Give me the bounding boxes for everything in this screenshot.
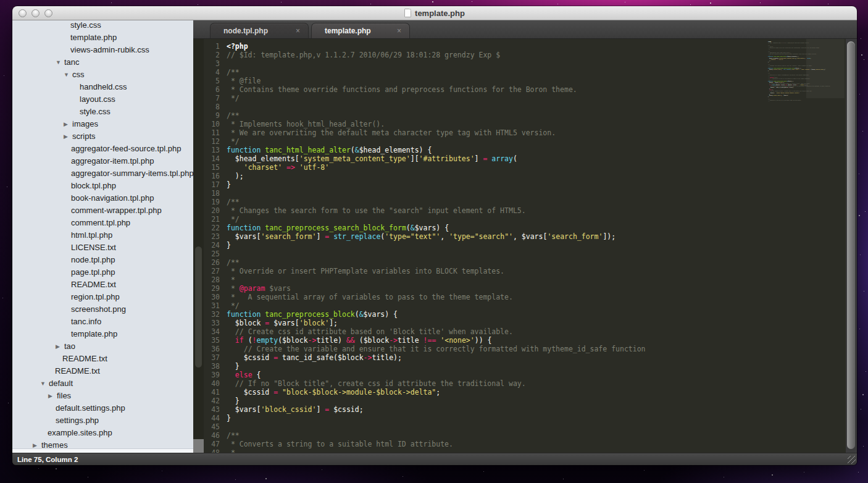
code-editor[interactable]: 1<?php2// $Id: template.php,v 1.1.2.7 20… [204, 39, 767, 453]
tree-item-region.tpl.php[interactable]: region.tpl.php [12, 291, 193, 303]
tree-item-files[interactable]: ▶files [12, 390, 193, 402]
window-title-area: template.php [12, 6, 857, 20]
tree-item-README.txt[interactable]: README.txt [12, 353, 193, 365]
tab-label: template.php [312, 27, 397, 35]
code-line: 30 * A sequential array of variables to … [204, 293, 767, 301]
tree-item-comment.tpl.php[interactable]: comment.tpl.php [12, 217, 193, 229]
sidebar-scroll-strip [193, 39, 204, 453]
code-line: 8 [204, 103, 767, 111]
line-number: 12 [204, 137, 220, 146]
tree-item-aggregator-item.tpl.php[interactable]: aggregator-item.tpl.php [12, 155, 193, 167]
window-titlebar[interactable]: template.php [12, 6, 857, 20]
tree-item-label: node.tpl.php [70, 254, 115, 266]
tree-item-screenshot.png[interactable]: screenshot.png [12, 303, 193, 316]
line-number: 23 [204, 232, 220, 241]
close-button[interactable] [19, 9, 27, 17]
tree-item-label: block.tpl.php [70, 180, 116, 192]
tree-item-label: example.sites.php [47, 427, 112, 439]
editor-window: template.php style.csstemplate.phpviews-… [12, 6, 857, 465]
resize-grip-icon[interactable] [848, 456, 856, 464]
tree-item-label: README.txt [62, 353, 107, 365]
disclosure-triangle-icon[interactable]: ▶ [64, 130, 72, 143]
code-line: 36 // Create the variable and ensure tha… [204, 345, 767, 353]
editor-pane: node.tpl.php×template.php× 1<?php2// $Id… [193, 20, 857, 453]
sidebar-scrollbar-thumb[interactable] [195, 246, 202, 368]
line-number: 26 [204, 258, 220, 267]
code-line: 26/** [204, 258, 767, 267]
editor-vertical-scrollbar[interactable] [846, 39, 857, 453]
tab-node.tpl.php[interactable]: node.tpl.php× [210, 23, 309, 38]
tree-item-label: screenshot.png [70, 303, 126, 316]
line-number: 43 [204, 405, 220, 414]
code-line: 5 * @file [204, 77, 767, 85]
line-number: 31 [204, 301, 220, 310]
line-number: 13 [204, 146, 220, 154]
code-line: 37 $cssid = tanc_id_safe($block->title); [204, 353, 767, 362]
minimap[interactable]: 1<?php2// $Id: template.php,v 1.1.2.7 20… [767, 39, 846, 453]
tree-item-page.tpl.php[interactable]: page.tpl.php [12, 266, 193, 279]
tree-item-label: README.txt [70, 279, 116, 291]
tab-close-icon[interactable]: × [296, 27, 300, 35]
tree-item-tao[interactable]: ▶tao [12, 340, 193, 353]
tree-item-comment-wrapper.tpl.php[interactable]: comment-wrapper.tpl.php [12, 204, 193, 217]
tree-item-settings.php[interactable]: settings.php [12, 414, 193, 427]
tree-item-node.tpl.php[interactable]: node.tpl.php [12, 254, 193, 266]
tab-close-icon[interactable]: × [397, 27, 401, 35]
tree-item-layout.css[interactable]: layout.css [12, 93, 193, 106]
code-line: 25 [204, 250, 767, 258]
line-number: 34 [204, 327, 220, 336]
minimize-button[interactable] [31, 9, 40, 17]
line-number: 24 [204, 241, 220, 250]
sidebar-horizontal-scrollbar[interactable] [12, 448, 193, 453]
tree-item-aggregator-summary-items.tpl.php[interactable]: aggregator-summary-items.tpl.php [12, 167, 193, 180]
code-line: 40 // If no "Block title", create css id… [204, 379, 767, 388]
disclosure-triangle-icon[interactable]: ▼ [64, 69, 72, 81]
disclosure-triangle-icon[interactable]: ▼ [56, 56, 64, 69]
code-line: 14 $head_elements['system_meta_content_t… [204, 154, 767, 163]
tree-item-views-admin-rubik.css[interactable]: views-admin-rubik.css [12, 44, 193, 56]
tree-item-css[interactable]: ▼css [12, 69, 193, 81]
editor-scrollbar-thumb[interactable] [847, 41, 855, 449]
tree-item-label: views-admin-rubik.css [70, 44, 149, 56]
code-line: 29 * @param $vars [204, 284, 767, 293]
tree-item-handheld.css[interactable]: handheld.css [12, 81, 193, 93]
tree-item-tanc[interactable]: ▼tanc [12, 56, 193, 69]
line-number: 44 [204, 414, 220, 422]
minimap-content: 1<?php2// $Id: template.php,v 1.1.2.7 20… [767, 41, 846, 102]
tab-bar: node.tpl.php×template.php× [193, 20, 857, 39]
tree-item-template.php[interactable]: template.php [12, 328, 193, 340]
disclosure-triangle-icon[interactable]: ▶ [64, 118, 72, 130]
disclosure-triangle-icon[interactable]: ▶ [48, 390, 56, 402]
tree-item-style.css[interactable]: style.css [12, 20, 193, 32]
line-number: 7 [204, 94, 220, 103]
file-tree: style.csstemplate.phpviews-admin-rubik.c… [12, 20, 193, 452]
tree-item-scripts[interactable]: ▶scripts [12, 130, 193, 143]
line-number: 19 [204, 198, 220, 206]
tree-item-html.tpl.php[interactable]: html.tpl.php [12, 229, 193, 242]
tree-item-template.php[interactable]: template.php [12, 32, 193, 44]
tree-item-LICENSE.txt[interactable]: LICENSE.txt [12, 242, 193, 254]
tree-item-example.sites.php[interactable]: example.sites.php [12, 427, 193, 439]
tree-item-default[interactable]: ▼default [12, 377, 193, 390]
tree-item-tanc.info[interactable]: tanc.info [12, 316, 193, 328]
tree-item-aggregator-feed-source.tpl.php[interactable]: aggregator-feed-source.tpl.php [12, 143, 193, 155]
tree-item-README.txt[interactable]: README.txt [12, 279, 193, 291]
code-line: 33 $block = $vars['block']; [204, 319, 767, 327]
tree-item-book-navigation.tpl.php[interactable]: book-navigation.tpl.php [12, 192, 193, 204]
tree-item-block.tpl.php[interactable]: block.tpl.php [12, 180, 193, 192]
document-icon [404, 9, 411, 17]
disclosure-triangle-icon[interactable]: ▼ [40, 377, 48, 390]
tree-item-images[interactable]: ▶images [12, 118, 193, 130]
code-line: 24} [204, 241, 767, 250]
zoom-button[interactable] [44, 9, 52, 17]
tree-item-style.css[interactable]: style.css [12, 106, 193, 118]
tree-item-README.txt[interactable]: README.txt [12, 365, 193, 377]
line-number: 29 [204, 284, 220, 293]
traffic-lights [12, 9, 52, 17]
line-number: 17 [204, 180, 220, 189]
tab-template.php[interactable]: template.php× [311, 23, 410, 38]
code-line: 12 */ [204, 137, 767, 146]
tree-item-default.settings.php[interactable]: default.settings.php [12, 402, 193, 414]
disclosure-triangle-icon[interactable]: ▶ [56, 340, 64, 353]
code-line: 18 [204, 189, 767, 198]
